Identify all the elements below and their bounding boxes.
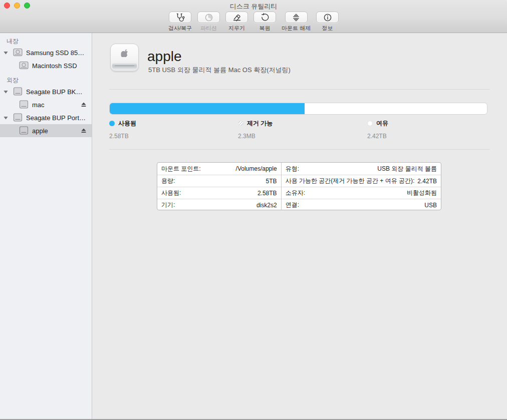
free-value: 2.42TB xyxy=(367,133,388,140)
usage-bar-used-fill xyxy=(110,103,305,114)
capacity-value: 5TB xyxy=(266,178,277,185)
erase-icon xyxy=(232,13,242,23)
info-button[interactable]: 정보 xyxy=(316,12,339,32)
table-row: 소유자: 비활성화됨 xyxy=(282,187,441,199)
erase-button[interactable]: 지우기 xyxy=(225,12,248,32)
available-space-label: 사용 가능한 공간(제거 가능한 공간 + 여유 공간): xyxy=(286,177,415,185)
used-value: 2.58TB xyxy=(109,133,136,140)
mount-point-label: 마운트 포인트: xyxy=(161,165,201,173)
owner-value: 비활성화됨 xyxy=(407,189,437,197)
info-icon xyxy=(323,13,333,23)
first-aid-icon xyxy=(175,13,185,23)
disclosure-triangle-icon[interactable] xyxy=(3,115,9,121)
used-dot-icon xyxy=(109,121,115,126)
table-row: 유형: USB 외장 물리적 볼륨 xyxy=(282,163,441,175)
legend-free: 여유 2.42TB xyxy=(367,119,388,140)
internal-disk-icon xyxy=(19,61,29,70)
free-label: 여유 xyxy=(376,119,388,128)
details-table: 마운트 포인트: /Volumes/apple 용량: 5TB 사용됨: 2.5… xyxy=(157,162,441,210)
external-disk-icon xyxy=(13,113,23,122)
table-row: 연결: USB xyxy=(282,199,441,210)
used-space-value: 2.58TB xyxy=(258,190,277,197)
table-row: 기기: disk2s2 xyxy=(157,199,281,210)
device-value: disk2s2 xyxy=(257,202,277,209)
erase-label: 지우기 xyxy=(228,25,245,32)
usage-bar xyxy=(109,103,487,115)
eject-icon[interactable] xyxy=(80,101,87,108)
sidebar-section-external: 외장 xyxy=(0,76,92,84)
sidebar-item-label: Seagate BUP Port… xyxy=(26,114,86,122)
sidebar: 내장 Samsung SSD 85… Macintosh SSD 외장 xyxy=(0,33,92,419)
details-left-column: 마운트 포인트: /Volumes/apple 용량: 5TB 사용됨: 2.5… xyxy=(157,163,281,210)
purgeable-dot-icon xyxy=(238,121,243,126)
restore-label: 복원 xyxy=(260,25,271,32)
connection-value: USB xyxy=(424,202,437,209)
mount-point-value: /Volumes/apple xyxy=(236,165,277,172)
first-aid-button[interactable]: 검사/복구 xyxy=(168,12,192,32)
sidebar-item-label: Seagate BUP BK… xyxy=(26,88,83,96)
used-label: 사용됨 xyxy=(118,119,136,128)
volume-description: 5TB USB 외장 물리적 볼륨 Mac OS 확장(저널링) xyxy=(148,66,291,75)
apple-logo-icon xyxy=(121,49,128,57)
free-dot-icon xyxy=(367,121,373,126)
used-space-label: 사용됨: xyxy=(161,189,181,197)
info-label: 정보 xyxy=(322,25,333,32)
sidebar-item-label: Samsung SSD 85… xyxy=(26,49,84,57)
purgeable-label: 제거 가능 xyxy=(247,119,273,128)
volume-icon-slot xyxy=(115,66,134,67)
table-row: 사용됨: 2.58TB xyxy=(157,187,281,199)
sidebar-item-mac[interactable]: mac xyxy=(0,98,92,111)
capacity-label: 용량: xyxy=(161,177,175,185)
unmount-button[interactable]: 마운트 해제 xyxy=(282,12,311,32)
sidebar-item-macintosh-ssd[interactable]: Macintosh SSD xyxy=(0,59,92,72)
unmount-label: 마운트 해제 xyxy=(282,25,311,32)
sidebar-item-seagate-bup-bk[interactable]: Seagate BUP BK… xyxy=(0,85,92,98)
sidebar-item-apple[interactable]: apple xyxy=(0,124,92,137)
type-label: 유형: xyxy=(286,165,299,173)
legend-purgeable: 제거 가능 2.3MB xyxy=(238,119,273,140)
available-space-value: 2.42TB xyxy=(417,178,437,185)
owner-label: 소유자: xyxy=(286,189,305,197)
main-content: apple 5TB USB 외장 물리적 볼륨 Mac OS 확장(저널링) 사… xyxy=(93,33,507,419)
partition-label: 파티션 xyxy=(200,25,217,32)
restore-icon xyxy=(260,13,270,23)
divider xyxy=(109,149,490,150)
type-value: USB 외장 물리적 볼륨 xyxy=(377,165,437,173)
table-row: 사용 가능한 공간(제거 가능한 공간 + 여유 공간): 2.42TB xyxy=(282,175,441,187)
disk-utility-window: 디스크 유틸리티 검사/복구 xyxy=(0,0,507,420)
external-disk-icon xyxy=(19,100,29,109)
divider xyxy=(109,89,490,90)
volume-title: apple xyxy=(147,49,182,65)
restore-button[interactable]: 복원 xyxy=(254,12,276,32)
sidebar-item-samsung-ssd[interactable]: Samsung SSD 85… xyxy=(0,46,92,59)
sidebar-item-label: Macintosh SSD xyxy=(32,62,77,70)
toolbar: 검사/복구 파티션 xyxy=(0,12,507,32)
external-disk-icon xyxy=(13,87,23,96)
disclosure-triangle-icon[interactable] xyxy=(3,50,9,56)
internal-disk-icon xyxy=(13,48,23,57)
partition-icon xyxy=(204,13,214,23)
legend-used: 사용됨 2.58TB xyxy=(109,119,136,140)
sidebar-section-internal: 내장 xyxy=(0,37,92,45)
details-right-column: 유형: USB 외장 물리적 볼륨 사용 가능한 공간(제거 가능한 공간 + … xyxy=(281,163,441,210)
purgeable-value: 2.3MB xyxy=(238,133,273,140)
unmount-icon xyxy=(291,13,301,23)
eject-icon[interactable] xyxy=(80,127,87,134)
sidebar-item-seagate-bup-port[interactable]: Seagate BUP Port… xyxy=(0,111,92,124)
sidebar-item-label: mac xyxy=(32,101,45,109)
window-title: 디스크 유틸리티 xyxy=(0,2,507,11)
partition-button: 파티션 xyxy=(197,12,220,32)
connection-label: 연결: xyxy=(286,201,299,209)
disclosure-triangle-icon[interactable] xyxy=(3,89,9,95)
device-label: 기기: xyxy=(161,201,175,209)
table-row: 마운트 포인트: /Volumes/apple xyxy=(157,163,281,175)
first-aid-label: 검사/복구 xyxy=(168,25,192,32)
sidebar-item-label: apple xyxy=(32,127,48,135)
external-disk-icon xyxy=(19,126,29,135)
volume-icon xyxy=(110,44,139,72)
table-row: 용량: 5TB xyxy=(157,175,281,187)
window-header: 디스크 유틸리티 검사/복구 xyxy=(0,0,507,33)
